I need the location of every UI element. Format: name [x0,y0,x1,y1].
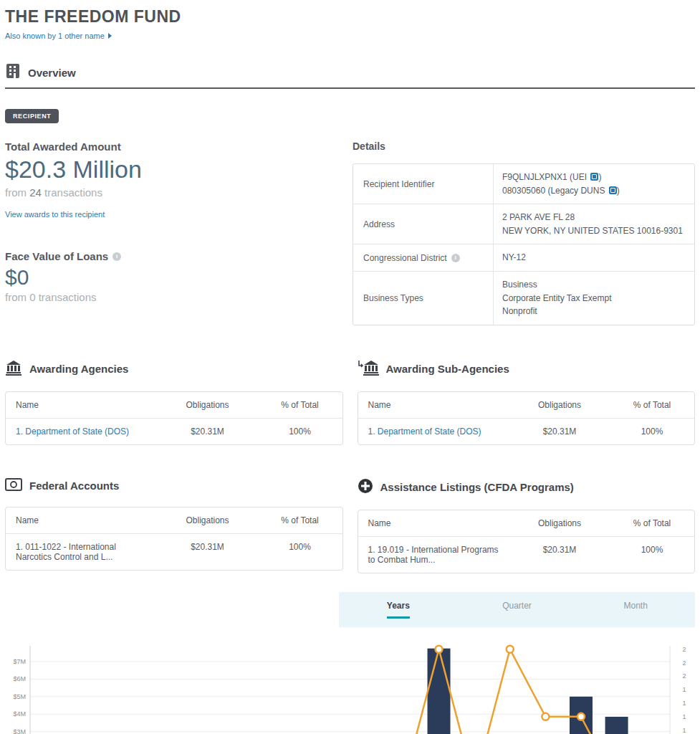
landmark-sub-icon [358,360,379,378]
column-header: Obligations [509,392,610,418]
svg-text:2: 2 [682,659,686,666]
svg-text:2: 2 [682,672,686,680]
section-title: Federal Accounts [29,480,119,492]
details-value: NY-12 [494,244,694,271]
details-value: 2 PARK AVE FL 28NEW YORK, NY UNITED STAT… [494,204,694,244]
details-row: Congressional DistrictiNY-12 [353,244,694,272]
face-value-of-loans-block: Face Value of Loans i $0 from 0 transact… [5,250,353,303]
transaction-count: 24 [29,186,42,199]
details-row: Business TypesBusinessCorporate Entity T… [353,272,694,325]
row-pct: 100% [610,537,694,573]
svg-text:$3M: $3M [13,728,26,734]
tab-quarter[interactable]: Quarter [458,601,577,627]
details-table: Recipient IdentifierF9QLNJLXPNX1 (UEI )0… [353,163,695,325]
details-label: Business Types [353,272,494,325]
section-title: Assistance Listings (CFDA Programs) [380,481,574,493]
awarding-agencies-section: Awarding Agencies NameObligations% of To… [5,360,343,445]
row-name[interactable]: 1. Department of State (DOS) [358,419,510,444]
row-obligations: $20.31M [509,537,610,573]
column-header: % of Total [258,507,342,533]
loans-from: from 0 transactions [5,291,353,303]
column-header: % of Total [610,392,694,418]
awarding-agencies-table: NameObligations% of Total1. Department o… [5,391,343,445]
column-header: % of Total [610,510,694,536]
table-row: 1. 011-1022 - International Narcotics Co… [6,534,342,570]
time-period-tabs: YearsQuarterMonth [339,592,695,627]
svg-text:2: 2 [682,645,686,652]
overview-label: Overview [28,67,76,79]
row-obligations: $20.31M [509,419,610,444]
total-awarded-from: from 24 transactions [5,186,353,199]
details-row: Address2 PARK AVE FL 28NEW YORK, NY UNIT… [353,204,694,244]
awarding-sub-agencies-section: Awarding Sub-Agencies NameObligations% o… [358,360,696,445]
svg-text:1: 1 [682,713,686,720]
copy-icon[interactable] [590,173,598,181]
section-title: Awarding Sub-Agencies [386,363,509,375]
overview-content: Total Awarded Amount $20.3 Million from … [5,140,695,325]
info-icon[interactable]: i [451,254,460,262]
recipient-profile-page: THE FREEDOM FUND Also known by 1 other n… [0,0,700,734]
info-icon[interactable]: i [112,252,121,261]
column-header: Name [358,392,510,418]
column-header: Obligations [509,510,610,536]
row-pct: 100% [610,419,694,444]
page-title: THE FREEDOM FUND [5,0,695,27]
svg-text:1: 1 [682,726,686,733]
total-awarded-label: Total Awarded Amount [5,140,353,153]
details-value: BusinessCorporate Entity Tax ExemptNonpr… [494,272,694,325]
federal-accounts-section: Federal Accounts NameObligations% of Tot… [5,478,343,573]
details-label: Address [353,204,494,244]
column-header: Obligations [158,392,258,418]
plus-circle-icon [358,478,373,497]
total-awarded-amount: $20.3 Million [5,156,353,184]
row-obligations: $20.31M [158,419,258,444]
also-known-by-link[interactable]: Also known by 1 other name [5,32,112,40]
tab-month[interactable]: Month [576,601,695,627]
svg-text:$7M: $7M [13,658,26,665]
column-header: Name [6,392,158,418]
details-title: Details [353,140,695,152]
table-row: 1. 19.019 - International Programs to Co… [358,537,695,573]
spending-over-time-chart: $7M$6M$5M$4M$3M$2M$1M$022211111000FY 200… [5,640,695,734]
details-column: Details Recipient IdentifierF9QLNJLXPNX1… [353,140,695,325]
svg-text:$5M: $5M [13,693,26,700]
banknote-icon [5,478,22,494]
row-pct: 100% [258,534,342,570]
building-icon [5,63,21,82]
caret-right-icon [108,33,112,39]
details-row: Recipient IdentifierF9QLNJLXPNX1 (UEI )0… [353,164,694,204]
summary-tables: Awarding Agencies NameObligations% of To… [5,360,695,573]
loans-amount: $0 [5,265,353,290]
landmark-icon [5,360,22,378]
table-row: 1. Department of State (DOS)$20.31M100% [6,419,342,444]
svg-text:1: 1 [682,686,686,693]
row-name: 1. 19.019 - International Programs to Co… [358,537,510,573]
column-header: % of Total [258,392,342,418]
column-header: Name [358,510,510,536]
svg-text:$4M: $4M [13,710,26,718]
awarding-sub-agencies-table: NameObligations% of Total1. Department o… [358,391,696,445]
row-pct: 100% [258,419,342,444]
recipient-badge: RECIPIENT [5,109,59,123]
svg-text:$6M: $6M [13,675,26,682]
svg-text:1: 1 [682,700,686,707]
loans-label: Face Value of Loans [5,250,108,262]
details-label: Recipient Identifier [353,164,494,204]
assistance-listings-table: NameObligations% of Total1. 19.019 - Int… [358,510,696,573]
overview-header: Overview [5,63,695,82]
section-title: Awarding Agencies [29,363,128,375]
spending-chart-svg: $7M$6M$5M$4M$3M$2M$1M$022211111000FY 200… [5,640,695,734]
row-name: 1. 011-1022 - International Narcotics Co… [6,534,158,570]
aka-label: Also known by 1 other name [5,32,105,40]
details-value: F9QLNJLXPNX1 (UEI )080305060 (Legacy DUN… [494,164,694,204]
details-label: Congressional Districti [353,244,494,271]
tab-years[interactable]: Years [339,601,458,627]
column-header: Obligations [158,507,258,533]
column-header: Name [6,507,158,533]
section-divider [5,87,695,89]
row-name[interactable]: 1. Department of State (DOS) [6,419,158,444]
copy-icon[interactable] [609,186,617,194]
view-awards-link[interactable]: View awards to this recipient [5,210,105,219]
federal-accounts-table: NameObligations% of Total1. 011-1022 - I… [5,507,343,571]
table-row: 1. Department of State (DOS)$20.31M100% [358,419,695,444]
